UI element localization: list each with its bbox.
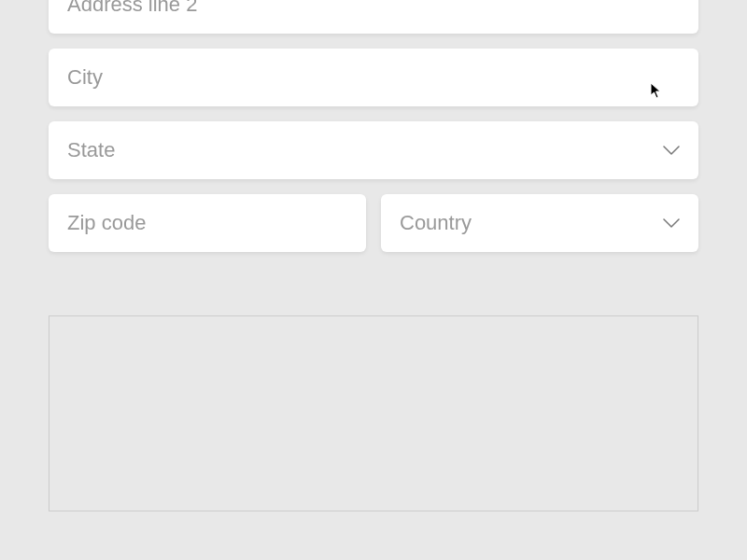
map-placeholder xyxy=(49,315,698,511)
state-placeholder: State xyxy=(67,138,663,162)
country-select[interactable]: Country xyxy=(381,194,698,252)
chevron-down-icon xyxy=(663,215,680,231)
city-input[interactable] xyxy=(49,49,698,106)
zip-code-input[interactable] xyxy=(49,194,366,252)
chevron-down-icon xyxy=(663,142,680,159)
country-placeholder: Country xyxy=(400,211,663,235)
state-select[interactable]: State xyxy=(49,121,698,179)
address-line-2-input[interactable] xyxy=(49,0,698,34)
